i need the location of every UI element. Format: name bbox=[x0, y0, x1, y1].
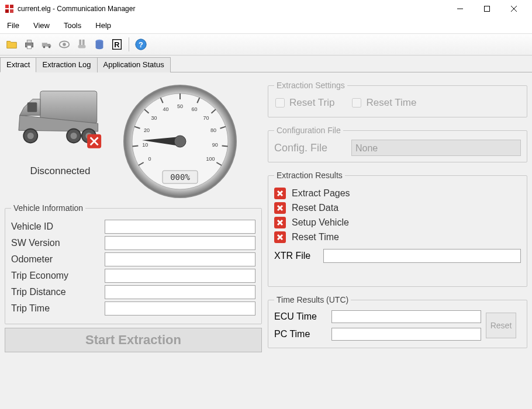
pc-time-input[interactable] bbox=[331, 328, 481, 341]
tab-content: Disconnected 0102030405060708090100 000% bbox=[0, 72, 532, 409]
error-icon bbox=[274, 217, 286, 228]
menu-tools[interactable]: Tools bbox=[61, 20, 84, 31]
vehicle-information-legend: Vehicle Information bbox=[11, 203, 85, 213]
toolbar: R ? bbox=[0, 34, 532, 56]
svg-text:R: R bbox=[114, 40, 119, 49]
reset-time-checkbox-label[interactable]: Reset Time bbox=[352, 97, 416, 109]
svg-text:30: 30 bbox=[151, 115, 157, 121]
svg-rect-9 bbox=[27, 40, 31, 43]
error-icon bbox=[274, 231, 286, 243]
svg-point-29 bbox=[71, 133, 77, 139]
maximize-button[interactable] bbox=[474, 0, 500, 18]
xtr-file-label: XTR File bbox=[274, 251, 315, 261]
svg-text:70: 70 bbox=[203, 115, 209, 121]
config-file-label: Config. File bbox=[274, 142, 344, 154]
close-button[interactable] bbox=[500, 0, 527, 18]
svg-point-13 bbox=[49, 46, 51, 48]
tab-extract[interactable]: Extract bbox=[0, 57, 36, 72]
trip-distance-input[interactable] bbox=[105, 285, 255, 299]
ecu-time-label: ECU Time bbox=[274, 311, 327, 322]
menu-help[interactable]: Help bbox=[93, 20, 113, 31]
reset-time-checkbox[interactable] bbox=[352, 98, 361, 108]
report-icon[interactable]: R bbox=[109, 36, 125, 53]
svg-point-12 bbox=[43, 46, 46, 48]
svg-text:50: 50 bbox=[177, 103, 183, 109]
svg-text:40: 40 bbox=[163, 106, 169, 112]
vehicle-information-group: Vehicle Information Vehicle ID SW Versio… bbox=[5, 203, 262, 324]
svg-rect-18 bbox=[78, 45, 86, 48]
svg-rect-25 bbox=[27, 102, 37, 112]
svg-text:0: 0 bbox=[148, 156, 151, 162]
configuration-file-legend: Configuration File bbox=[274, 126, 343, 135]
sw-version-label: SW Version bbox=[11, 238, 105, 248]
sw-version-input[interactable] bbox=[105, 236, 255, 250]
svg-text:10: 10 bbox=[142, 142, 148, 148]
truck-icon[interactable] bbox=[39, 36, 55, 53]
config-file-select[interactable]: None bbox=[351, 140, 521, 156]
reset-data-result: Reset Data bbox=[292, 203, 338, 213]
menu-file[interactable]: File bbox=[5, 20, 22, 31]
reset-time-button[interactable]: Reset bbox=[486, 313, 516, 338]
vehicle-id-input[interactable] bbox=[105, 220, 255, 234]
print-icon[interactable] bbox=[21, 36, 37, 53]
svg-point-15 bbox=[63, 43, 66, 46]
svg-line-55 bbox=[222, 146, 228, 147]
reset-trip-checkbox-label[interactable]: Reset Trip bbox=[275, 97, 334, 109]
xtr-file-input[interactable] bbox=[323, 249, 521, 263]
pc-time-label: PC Time bbox=[274, 329, 327, 339]
extraction-results-group: Extraction Results Extract Pages Reset D… bbox=[268, 171, 527, 287]
svg-text:90: 90 bbox=[212, 142, 218, 148]
trip-distance-label: Trip Distance bbox=[11, 287, 105, 297]
extraction-results-legend: Extraction Results bbox=[274, 171, 345, 180]
time-results-legend: Time Results (UTC) bbox=[274, 295, 351, 304]
trip-time-input[interactable] bbox=[105, 301, 255, 316]
vehicle-id-label: Vehicle ID bbox=[11, 221, 105, 232]
database-icon[interactable] bbox=[91, 36, 108, 53]
svg-rect-5 bbox=[485, 6, 490, 12]
help-icon[interactable]: ? bbox=[133, 36, 149, 53]
configuration-file-group: Configuration File Config. File None bbox=[268, 126, 527, 162]
ecu-time-input[interactable] bbox=[331, 310, 481, 323]
svg-line-39 bbox=[132, 146, 138, 147]
svg-rect-10 bbox=[27, 46, 31, 49]
connection-status: Disconnected bbox=[11, 165, 110, 177]
svg-text:?: ? bbox=[139, 40, 143, 49]
truck-image bbox=[13, 83, 107, 153]
open-file-icon[interactable] bbox=[4, 36, 20, 53]
window-title: current.elg - Communication Manager bbox=[18, 5, 447, 13]
titlebar: current.elg - Communication Manager bbox=[0, 0, 532, 18]
trip-economy-input[interactable] bbox=[105, 269, 255, 283]
tab-strip: Extract Extraction Log Application Statu… bbox=[0, 56, 532, 72]
odometer-input[interactable] bbox=[105, 252, 255, 266]
svg-rect-0 bbox=[5, 5, 9, 8]
tab-application-status[interactable]: Application Status bbox=[97, 57, 171, 72]
svg-rect-17 bbox=[82, 40, 85, 45]
app-icon bbox=[5, 4, 14, 13]
svg-text:80: 80 bbox=[210, 127, 216, 133]
svg-point-61 bbox=[174, 136, 186, 147]
svg-text:000%: 000% bbox=[170, 172, 190, 182]
trip-time-label: Trip Time bbox=[11, 303, 105, 314]
extract-pages-result: Extract Pages bbox=[292, 188, 350, 199]
progress-gauge: 0102030405060708090100 000% bbox=[122, 83, 239, 200]
reset-time-text: Reset Time bbox=[366, 97, 416, 109]
svg-rect-11 bbox=[42, 43, 47, 46]
svg-text:60: 60 bbox=[191, 106, 197, 112]
start-extraction-button[interactable]: Start Extraction bbox=[5, 328, 262, 352]
settings-icon[interactable] bbox=[74, 36, 90, 53]
toolbar-separator bbox=[129, 37, 129, 51]
menubar: File View Tools Help bbox=[0, 18, 532, 34]
minimize-button[interactable] bbox=[447, 0, 474, 18]
trip-economy-label: Trip Economy bbox=[11, 271, 105, 281]
reset-trip-checkbox[interactable] bbox=[275, 98, 285, 108]
time-results-group: Time Results (UTC) ECU Time Reset PC Tim… bbox=[268, 295, 527, 348]
menu-view[interactable]: View bbox=[31, 20, 52, 31]
view-icon[interactable] bbox=[56, 36, 72, 53]
svg-rect-3 bbox=[10, 9, 13, 13]
setup-vehicle-result: Setup Vehicle bbox=[292, 217, 349, 228]
extraction-settings-legend: Extraction Settings bbox=[274, 81, 347, 90]
tab-extraction-log[interactable]: Extraction Log bbox=[36, 57, 97, 72]
svg-text:20: 20 bbox=[144, 127, 150, 133]
reset-time-result: Reset Time bbox=[292, 232, 339, 242]
svg-rect-1 bbox=[10, 5, 13, 8]
